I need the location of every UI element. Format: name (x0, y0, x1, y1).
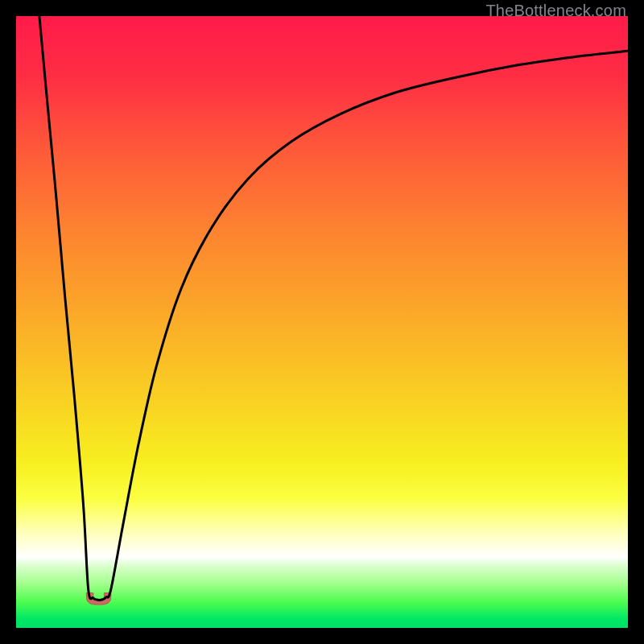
gradient-background (16, 16, 628, 628)
watermark-text: TheBottleneck.com (485, 2, 626, 20)
plot-frame (16, 16, 628, 628)
gradient-plot (16, 16, 628, 628)
